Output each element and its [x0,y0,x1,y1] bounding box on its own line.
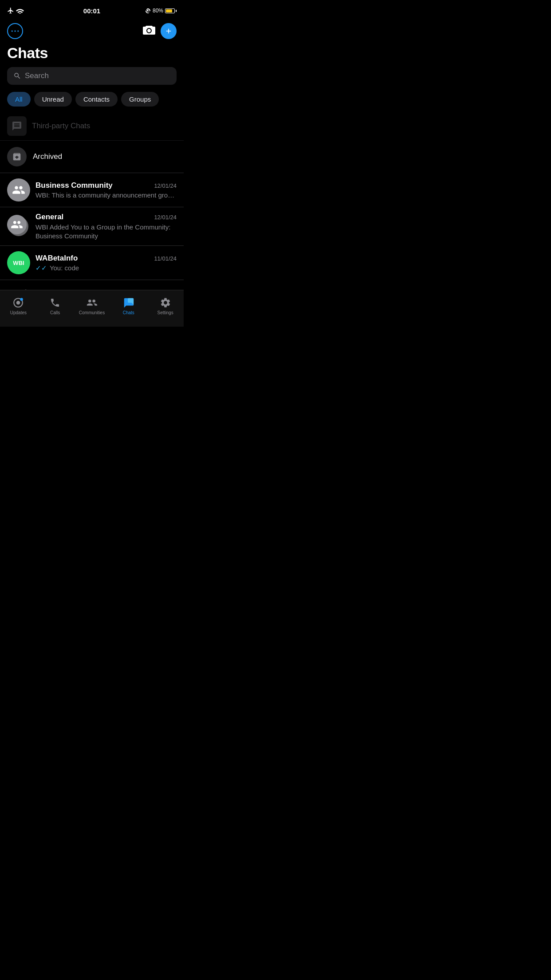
wifi-icon [16,8,24,14]
chat-header-row: Business Community 12/01/24 [35,181,177,190]
camera-button[interactable] [143,25,155,37]
chat-content-wabetainfo: WABetaInfo 11/01/24 ✓✓ You: code [35,254,177,272]
chat-name: General [35,213,63,221]
chat-list: Business Community 12/01/24 WBI: This is… [0,173,184,280]
chat-name: WABetaInfo [35,254,78,263]
airplane-icon [7,7,14,14]
status-bar: 00:01 80% [0,0,184,20]
archive-icon [7,147,27,166]
chat-name: Business Community [35,181,113,190]
chat-date: 12/01/24 [154,182,177,189]
header [0,20,184,43]
filter-tab-contacts[interactable]: Contacts [75,92,118,107]
more-dots-icon [11,30,19,32]
svg-point-2 [17,30,19,32]
chat-preview: WBI: This is a community announcement gr… [35,191,177,199]
filter-tab-all[interactable]: All [7,92,31,107]
tab-bar: Updates Calls Communities [0,290,184,327]
chat-item-business-community[interactable]: Business Community 12/01/24 WBI: This is… [0,173,184,207]
battery-percent: 80% [153,8,163,14]
archive-svg-icon [12,152,22,162]
search-icon [13,72,21,80]
chat-header-row: General 12/01/24 [35,213,177,221]
filter-tab-groups[interactable]: Groups [121,92,159,107]
settings-icon [160,297,171,308]
svg-point-7 [92,300,95,303]
new-chat-button[interactable] [161,23,177,39]
status-time: 00:01 [83,7,100,15]
chat-preview: WBI Added You to a Group in the Communit… [35,223,177,240]
chat-header-row: WABetaInfo 11/01/24 [35,254,177,263]
avatar-general [7,215,30,238]
tab-settings[interactable]: Settings [147,290,184,318]
search-bar[interactable] [7,67,177,85]
tab-calls-label: Calls [50,310,60,315]
search-input[interactable] [25,71,170,80]
chat-bubble-icon [12,121,22,131]
chat-item-general[interactable]: General 12/01/24 WBI Added You to a Grou… [0,207,184,246]
double-check-icon: ✓✓ [35,264,47,272]
plus-icon [165,27,173,35]
svg-point-6 [88,300,91,303]
battery-indicator [165,8,177,13]
updates-icon [12,297,24,308]
status-left-icons [7,7,24,14]
avatar-stack-front [7,215,27,234]
page-title: Chats [0,43,184,67]
archived-item[interactable]: Archived [0,141,184,173]
group-icon [12,183,25,197]
tab-chats-label: Chats [123,310,134,315]
communities-icon [86,297,98,308]
tab-updates[interactable]: Updates [0,290,37,318]
chat-date: 12/01/24 [154,214,177,221]
chat-date: 11/01/24 [154,255,177,262]
chat-content-business-community: Business Community 12/01/24 WBI: This is… [35,181,177,199]
camera-icon [143,25,155,36]
status-right: 80% [145,8,177,14]
third-party-banner[interactable]: Third-party Chats [0,112,184,141]
search-container [0,67,184,90]
group-icon-front [11,218,23,231]
chat-item-wabetainfo[interactable]: WBI WABetaInfo 11/01/24 ✓✓ You: code [0,246,184,280]
chat-preview: ✓✓ You: code [35,264,177,272]
tab-settings-label: Settings [157,310,173,315]
avatar-wabetainfo: WBI [7,251,30,274]
avatar-initials: WBI [13,260,24,266]
filter-tab-unread[interactable]: Unread [34,92,72,107]
filter-tabs: All Unread Contacts Groups [0,90,184,112]
svg-point-5 [20,298,24,301]
tab-communities[interactable]: Communities [74,290,110,318]
svg-point-1 [14,30,16,32]
rotation-lock-icon [145,8,151,14]
avatar-business-community [7,178,30,202]
tab-calls[interactable]: Calls [37,290,74,318]
calls-icon [49,297,61,308]
tab-chats[interactable]: Chats [110,290,147,318]
menu-button[interactable] [7,23,23,39]
tab-communities-label: Communities [79,310,105,315]
archived-label: Archived [33,152,62,161]
chat-content-general: General 12/01/24 WBI Added You to a Grou… [35,213,177,240]
third-party-icon [7,116,27,136]
chats-tab-icon [123,297,134,308]
svg-point-0 [12,30,13,32]
svg-point-4 [16,300,20,304]
header-actions [143,23,177,39]
tab-updates-label: Updates [10,310,27,315]
third-party-label: Third-party Chats [32,122,90,130]
